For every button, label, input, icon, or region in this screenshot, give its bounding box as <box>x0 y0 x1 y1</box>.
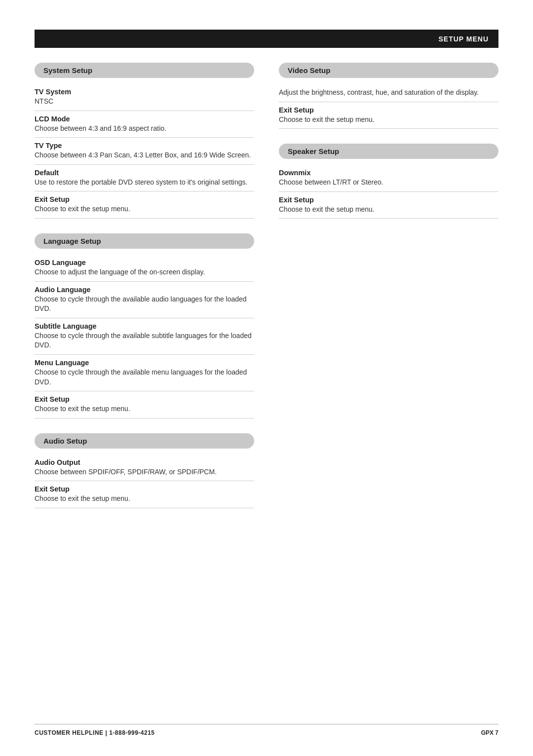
item-title-exit-setup-sys: Exit Setup <box>35 195 254 203</box>
section-header-system-setup: System Setup <box>35 63 254 78</box>
item-desc-tv-system: NTSC <box>35 97 254 107</box>
item-desc-exit-setup-speaker: Choose to exit the setup menu. <box>279 205 498 215</box>
section-audio-setup: Audio SetupAudio OutputChoose between SP… <box>35 433 254 508</box>
footer-helpline: CUSTOMER HELPLINE | 1-888-999-4215 <box>35 729 155 736</box>
section-header-video-setup: Video Setup <box>279 63 498 78</box>
item-desc-exit-setup-sys: Choose to exit the setup menu. <box>35 204 254 214</box>
section-speaker-setup: Speaker SetupDownmixChoose between LT/RT… <box>279 144 498 219</box>
section-header-speaker-setup: Speaker Setup <box>279 144 498 159</box>
section-header-audio-setup: Audio Setup <box>35 433 254 449</box>
left-column: System SetupTV SystemNTSCLCD ModeChoose … <box>35 63 254 523</box>
section-header-language-setup: Language Setup <box>35 233 254 249</box>
item-title-lcd-mode: LCD Mode <box>35 115 254 123</box>
item-exit-setup-sys: Exit SetupChoose to exit the setup menu. <box>35 191 254 219</box>
item-osd-language: OSD LanguageChoose to adjust the languag… <box>35 255 254 282</box>
header-title: SETUP MENU <box>438 35 489 43</box>
item-downmix: DownmixChoose between LT/RT or Stereo. <box>279 165 498 192</box>
item-desc-exit-setup-lang: Choose to exit the setup menu. <box>35 404 254 414</box>
item-default: DefaultUse to restore the portable DVD s… <box>35 165 254 192</box>
item-exit-setup-speaker: Exit SetupChoose to exit the setup menu. <box>279 192 498 219</box>
item-desc-menu-language: Choose to cycle through the available me… <box>35 368 254 387</box>
item-title-exit-setup-lang: Exit Setup <box>35 395 254 403</box>
item-desc-tv-type: Choose between 4:3 Pan Scan, 4:3 Letter … <box>35 151 254 160</box>
item-title-exit-setup-video: Exit Setup <box>279 106 498 114</box>
right-column: Video SetupAdjust the brightness, contra… <box>279 63 498 523</box>
item-audio-output: Audio OutputChoose between SPDIF/OFF, SP… <box>35 454 254 482</box>
header-bar: SETUP MENU <box>35 30 498 48</box>
item-desc-osd-language: Choose to adjust the language of the on-… <box>35 267 254 277</box>
item-exit-setup-audio: Exit SetupChoose to exit the setup menu. <box>35 481 254 508</box>
footer-brand: GPX 7 <box>481 729 498 736</box>
item-title-subtitle-language: Subtitle Language <box>35 322 254 330</box>
item-video-desc: Adjust the brightness, contrast, hue, an… <box>279 84 498 102</box>
item-title-exit-setup-audio: Exit Setup <box>35 485 254 493</box>
item-desc-subtitle-language: Choose to cycle through the available su… <box>35 331 254 350</box>
section-video-setup: Video SetupAdjust the brightness, contra… <box>279 63 498 129</box>
item-title-tv-type: TV Type <box>35 142 254 150</box>
item-menu-language: Menu LanguageChoose to cycle through the… <box>35 355 254 391</box>
item-desc-default: Use to restore the portable DVD stereo s… <box>35 178 254 188</box>
page-wrapper: SETUP MENU System SetupTV SystemNTSCLCD … <box>0 0 533 563</box>
item-desc-lcd-mode: Choose between 4:3 and 16:9 aspect ratio… <box>35 124 254 134</box>
item-desc-downmix: Choose between LT/RT or Stereo. <box>279 178 498 188</box>
main-content: System SetupTV SystemNTSCLCD ModeChoose … <box>35 63 498 523</box>
item-desc-audio-output: Choose between SPDIF/OFF, SPDIF/RAW, or … <box>35 467 254 477</box>
item-desc-exit-setup-video: Choose to exit the setup menu. <box>279 115 498 125</box>
item-desc-audio-language: Choose to cycle through the available au… <box>35 295 254 314</box>
item-audio-language: Audio LanguageChoose to cycle through th… <box>35 282 254 318</box>
item-title-tv-system: TV System <box>35 88 254 96</box>
item-title-audio-language: Audio Language <box>35 286 254 294</box>
item-title-menu-language: Menu Language <box>35 359 254 367</box>
item-title-downmix: Downmix <box>279 169 498 177</box>
section-system-setup: System SetupTV SystemNTSCLCD ModeChoose … <box>35 63 254 219</box>
footer: CUSTOMER HELPLINE | 1-888-999-4215 GPX 7 <box>35 724 498 736</box>
item-exit-setup-video: Exit SetupChoose to exit the setup menu. <box>279 102 498 129</box>
item-title-audio-output: Audio Output <box>35 458 254 466</box>
item-desc-exit-setup-audio: Choose to exit the setup menu. <box>35 494 254 504</box>
item-title-default: Default <box>35 169 254 177</box>
item-desc-video-desc: Adjust the brightness, contrast, hue, an… <box>279 88 498 98</box>
item-title-osd-language: OSD Language <box>35 259 254 266</box>
section-language-setup: Language SetupOSD LanguageChoose to adju… <box>35 233 254 418</box>
item-tv-type: TV TypeChoose between 4:3 Pan Scan, 4:3 … <box>35 138 254 165</box>
item-title-exit-setup-speaker: Exit Setup <box>279 196 498 204</box>
item-tv-system: TV SystemNTSC <box>35 84 254 111</box>
item-subtitle-language: Subtitle LanguageChoose to cycle through… <box>35 318 254 355</box>
item-lcd-mode: LCD ModeChoose between 4:3 and 16:9 aspe… <box>35 111 254 138</box>
item-exit-setup-lang: Exit SetupChoose to exit the setup menu. <box>35 391 254 418</box>
